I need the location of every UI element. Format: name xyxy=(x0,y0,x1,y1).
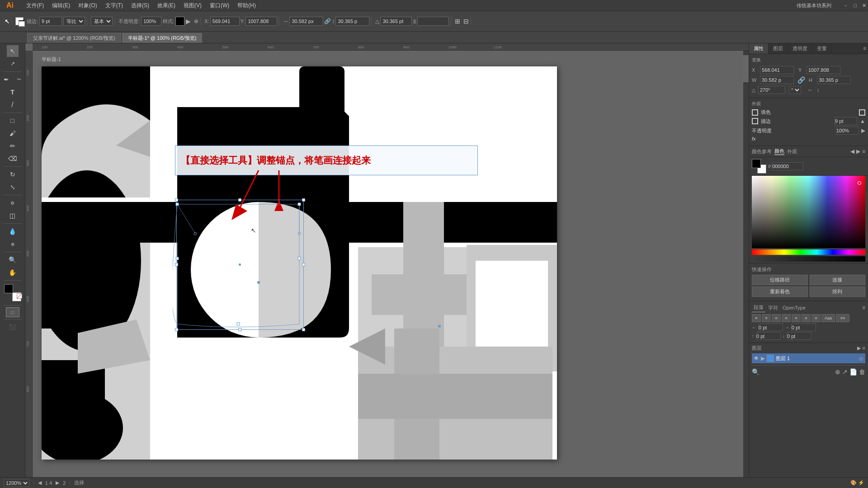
link-proportions-icon[interactable]: 🔗 xyxy=(324,18,331,24)
opacity-appearance-input[interactable] xyxy=(836,127,859,135)
char-tab[interactable]: 字符 xyxy=(766,304,780,312)
opentype-tab[interactable]: OpenType xyxy=(781,304,807,311)
shear-input[interactable] xyxy=(417,17,449,26)
menu-effect[interactable]: 效果(E) xyxy=(154,1,179,10)
handle-mr[interactable] xyxy=(302,263,305,266)
tab-0[interactable]: 父亲节讲解.ai* @ 1200% (RGB/预览) xyxy=(27,33,121,43)
para-panel-menu-icon[interactable]: ≡ xyxy=(862,305,865,311)
style-swatch[interactable] xyxy=(175,17,184,26)
direct-select-tool[interactable]: ↗ xyxy=(7,58,19,70)
space-after-input[interactable] xyxy=(787,332,811,340)
fill-color-swatch[interactable] xyxy=(752,159,761,168)
x-transform-input[interactable] xyxy=(760,66,794,74)
menu-help[interactable]: 帮助(H) xyxy=(234,1,259,10)
line-tool[interactable]: / xyxy=(7,99,19,111)
minimize-button[interactable]: － xyxy=(843,2,848,9)
curvature-tool[interactable]: 〜 xyxy=(13,74,25,85)
fill-swatch[interactable] xyxy=(4,284,13,293)
stroke-size-input[interactable] xyxy=(39,17,62,26)
handle-ml[interactable] xyxy=(175,263,178,266)
left-indent-input[interactable] xyxy=(758,324,783,331)
align-center-btn[interactable]: ≡ xyxy=(762,314,771,322)
align-justify-last-left-btn[interactable]: ≡ xyxy=(792,314,801,322)
menu-edit[interactable]: 编辑(E) xyxy=(48,1,74,10)
select-tool[interactable]: ↖ xyxy=(7,45,19,57)
find-layer-icon[interactable]: 🔍 xyxy=(752,368,760,375)
layer-lock-icon[interactable]: ▶ xyxy=(761,355,765,361)
direct-select-tool-icon[interactable]: ↖ xyxy=(5,18,9,25)
para-tab[interactable]: 段落 xyxy=(752,303,765,312)
fx-label[interactable]: fx xyxy=(752,136,756,141)
flip-h-icon[interactable]: ↔ xyxy=(807,87,812,93)
fill-swatch-appearance[interactable] xyxy=(859,109,865,116)
menu-object[interactable]: 对象(O) xyxy=(75,1,100,10)
style-options-icon[interactable]: ▶ xyxy=(186,18,191,25)
layer-target-icon[interactable]: ◎ xyxy=(859,356,863,361)
align-right-btn[interactable]: ≡ xyxy=(772,314,781,322)
move-to-layer-icon[interactable]: ↗ xyxy=(842,368,848,375)
rotate-tool[interactable]: ↻ xyxy=(7,169,19,180)
color-spectrum-container[interactable] xyxy=(749,176,868,263)
fill-indicator[interactable] xyxy=(15,17,24,25)
page-input-area[interactable]: 2 xyxy=(63,480,66,486)
eraser-tool[interactable]: ⌫ xyxy=(7,153,19,164)
layers-expand-icon[interactable]: ▶ xyxy=(857,345,861,351)
angle-input[interactable] xyxy=(380,17,412,26)
handle-tl[interactable] xyxy=(175,198,178,202)
new-sublayer-icon[interactable]: ⊕ xyxy=(835,368,840,375)
fill-style-select[interactable]: 基本 xyxy=(91,17,113,26)
width-input[interactable] xyxy=(289,17,323,26)
menu-view[interactable]: 视图(V) xyxy=(180,1,205,10)
pen-tool[interactable]: ✒ xyxy=(0,74,12,85)
panel-menu-icon[interactable]: ≡ xyxy=(861,43,868,54)
angle-transform-input[interactable] xyxy=(758,86,785,94)
zoom-select[interactable]: 1200% 100% 200% xyxy=(4,479,29,487)
gradient-tool[interactable]: ◫ xyxy=(7,210,19,221)
align-icon[interactable]: ⊟ xyxy=(463,18,469,25)
alpha-bar[interactable] xyxy=(752,256,865,262)
menu-select[interactable]: 选择(S) xyxy=(127,1,153,10)
appearance-tab[interactable]: 外观 xyxy=(787,148,797,155)
hand-tool[interactable]: ✋ xyxy=(7,267,19,278)
rect-tool[interactable]: □ xyxy=(7,115,19,127)
color-ref-tab[interactable]: 颜色参考 xyxy=(752,148,772,155)
x-coord-input[interactable] xyxy=(210,17,240,26)
height-input[interactable] xyxy=(335,17,369,26)
handle-tm[interactable] xyxy=(238,198,241,202)
align-justify-all-btn[interactable]: ≡ xyxy=(811,314,821,322)
align-left-btn[interactable]: ≡ xyxy=(752,314,761,322)
screen-mode-btn[interactable]: ⬛ xyxy=(7,321,19,333)
delete-layer-icon[interactable]: 🗑 xyxy=(859,368,865,375)
stroke-style-select[interactable]: 等比 xyxy=(63,17,85,26)
angle-unit-select[interactable]: ° xyxy=(789,86,801,94)
scale-tool[interactable]: ⤡ xyxy=(7,181,19,193)
close-button[interactable]: ✕ xyxy=(862,3,866,9)
lock-proportions-icon[interactable]: 🔗 xyxy=(797,76,805,84)
y-transform-input[interactable] xyxy=(807,66,840,74)
handle-bl[interactable] xyxy=(175,328,178,331)
opacity-slider-icon[interactable]: ▶ xyxy=(861,127,865,134)
color-panel-menu-icon[interactable]: ≡ xyxy=(862,148,865,155)
menu-file[interactable]: 文件(F) xyxy=(23,1,47,10)
panel-tab-properties[interactable]: 属性 xyxy=(749,43,769,54)
vertical-scrollbar-track[interactable] xyxy=(743,51,749,477)
flip-v-icon[interactable]: ↕ xyxy=(817,87,820,93)
zoom-tool[interactable]: 🔍 xyxy=(7,254,19,266)
status-right-controls[interactable]: 🎨 ⚡ xyxy=(850,480,864,486)
blend-tool[interactable]: ⚙ xyxy=(7,197,19,209)
space-before-input[interactable] xyxy=(756,332,781,340)
recolor-btn[interactable]: 重新着色 xyxy=(752,286,808,297)
pencil-tool[interactable]: ✏ xyxy=(7,140,19,152)
right-indent-input[interactable] xyxy=(791,324,816,331)
color-panel-left-icon[interactable]: ◀ xyxy=(850,148,854,155)
offset-path-btn[interactable]: 位移路径 xyxy=(752,275,808,285)
w-transform-input[interactable] xyxy=(760,76,794,84)
panel-tab-variables[interactable]: 变量 xyxy=(812,43,832,54)
new-layer-icon[interactable]: 📄 xyxy=(849,368,857,375)
eyedropper-tool[interactable]: 💧 xyxy=(7,225,19,237)
hue-bar[interactable] xyxy=(752,249,865,255)
align-justify-last-center-btn[interactable]: ≡ xyxy=(802,314,811,322)
measure-tool[interactable]: ⊕ xyxy=(7,238,19,250)
h-transform-input[interactable] xyxy=(817,76,851,84)
align-justify-btn[interactable]: ≡ xyxy=(782,314,791,322)
